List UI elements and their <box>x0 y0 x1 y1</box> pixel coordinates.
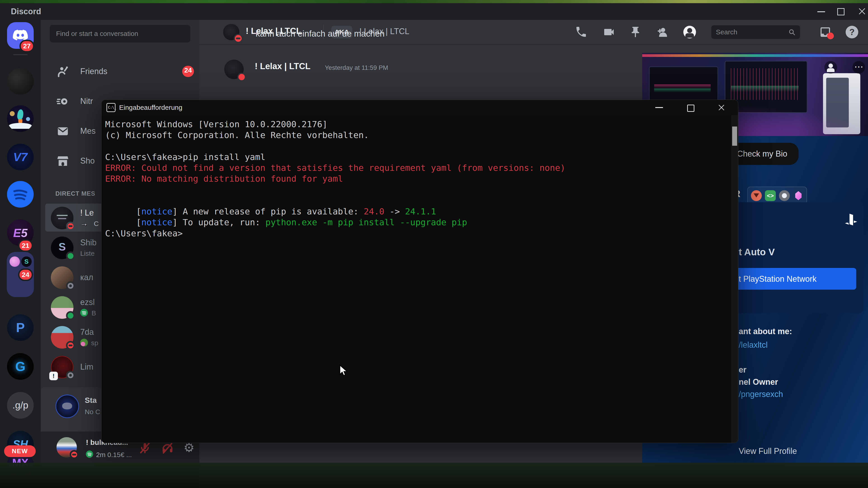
cmd-line: (c) Microsoft Corporation. Alle Rechte v… <box>105 130 369 140</box>
chat-status-dnd <box>234 34 243 43</box>
server-icon-g[interactable]: G <box>7 353 34 380</box>
status-dnd <box>66 341 75 350</box>
user-activity-text: 2m 0.15€ ... <box>96 451 139 459</box>
view-full-profile-button[interactable]: View Full Profile <box>739 447 797 456</box>
status-online <box>66 311 75 320</box>
psn-button-label: t PlayStation Network <box>739 274 816 284</box>
spotify-icon <box>80 309 88 317</box>
deafen-muted-icon[interactable] <box>161 442 174 455</box>
server-icon-v7[interactable]: V7 <box>7 144 34 170</box>
server-e5-label: E5 <box>7 226 34 240</box>
discord-titlebar: Discord <box>0 3 868 20</box>
mic-muted-icon[interactable] <box>138 442 151 455</box>
home-mention-badge: 27 <box>20 40 34 53</box>
server-icon-gp[interactable]: .g/p <box>7 392 34 419</box>
friends-label: Friends <box>80 67 107 76</box>
activity-status: No C <box>85 408 100 416</box>
dm-name: Shib <box>80 238 96 248</box>
app-title: Discord <box>11 7 41 16</box>
cmd-terminal-output[interactable]: Microsoft Windows [Version 10.0.22000.21… <box>101 115 738 443</box>
status-online <box>66 252 75 260</box>
bio-line-partial-1: er <box>739 365 746 375</box>
playstation-icon <box>843 213 859 227</box>
cmd-scrollbar-thumb[interactable] <box>732 127 737 146</box>
help-icon[interactable]: ? <box>846 26 858 38</box>
discord-home-button[interactable]: 27 <box>7 22 34 49</box>
shop-label: Sho <box>80 156 95 166</box>
friends-badge: 24 <box>182 66 194 77</box>
chat-search-box[interactable]: Search <box>711 25 800 39</box>
activity-name: Sta <box>85 396 97 404</box>
cmd-minimize-button[interactable] <box>655 107 663 108</box>
folder-mini-s-icon: S <box>21 256 32 267</box>
sidebar-item-friends[interactable]: Friends 24 <box>45 63 195 80</box>
user-profile-toggle-icon[interactable] <box>683 26 696 38</box>
bio-link-2[interactable]: /pngersexch <box>739 390 783 399</box>
message-requests-icon <box>57 125 69 138</box>
bio-link-1[interactable]: /lelaxltcl <box>739 340 768 350</box>
pepe-emoji-icon <box>80 339 88 346</box>
badge-developer-icon: <> <box>765 190 776 201</box>
window-minimize-button[interactable] <box>817 11 825 12</box>
profile-avatar-toggle-icon[interactable] <box>825 61 837 74</box>
badge-nitro-silver-icon <box>779 190 790 201</box>
dm-name: кал <box>80 273 93 282</box>
message-requests-label: Mes <box>80 126 96 136</box>
chat-search-placeholder: Search <box>716 25 737 39</box>
inbox-unread-dot <box>827 33 834 39</box>
server-icon-spotify-blue[interactable] <box>7 181 34 207</box>
activity-avatar <box>55 394 79 418</box>
cmd-prompt: C:\Users\fakea> <box>105 228 183 239</box>
reply-arrow-icon: → <box>80 219 88 228</box>
add-friend-to-dm-icon[interactable] <box>656 26 669 38</box>
server-icon-p[interactable]: P <box>7 314 34 341</box>
cmd-maximize-button[interactable] <box>687 105 694 112</box>
folder-mention-badge: 24 <box>18 268 33 281</box>
conversation-search-placeholder: Find or start a conversation <box>56 25 185 42</box>
message-author[interactable]: ! Lelax | LTCL <box>255 61 310 71</box>
voice-call-icon[interactable] <box>575 26 587 38</box>
dm-preview: Liste <box>80 250 94 257</box>
dm-name: ezsl <box>80 297 95 307</box>
custom-status-text: Check my Bio <box>737 149 787 159</box>
cmd-line: Microsoft Windows [Version 10.0.22000.21… <box>105 119 328 130</box>
spotify-status-icon <box>86 451 93 458</box>
nitro-label: Nitr <box>80 96 93 106</box>
mouse-cursor <box>338 365 349 377</box>
nitro-icon <box>57 95 69 108</box>
cmd-line: C:\Users\fakea>pip install yaml <box>105 152 266 162</box>
server-icon-black[interactable] <box>7 68 34 95</box>
dm-name: ! Le <box>80 208 94 218</box>
server-icon-rocket-accounts[interactable] <box>7 105 34 132</box>
about-me-header-partial: ant about me: <box>739 327 792 336</box>
more-options-icon[interactable]: ⋯ <box>852 61 865 74</box>
cmd-error-line: ERROR: No matching distribution found fo… <box>105 173 343 184</box>
search-icon <box>788 29 796 36</box>
shop-icon <box>57 155 69 167</box>
rail-separator <box>13 54 28 55</box>
bio-line-partial-2: nel Owner <box>739 377 778 387</box>
video-call-icon[interactable] <box>602 26 615 38</box>
cmd-close-button[interactable] <box>718 104 725 111</box>
dm-name: 7da <box>80 327 94 337</box>
badge-bird-icon <box>751 190 762 201</box>
user-status-dnd <box>70 450 79 459</box>
conversation-search-button[interactable]: Find or start a conversation <box>50 25 190 42</box>
chat-message: kann auch einfach auf de machen <box>256 29 384 39</box>
cmd-app-icon: C:\_ <box>106 103 116 112</box>
server-rail: 27 V7 E5 21 S 24 P G <box>0 20 41 488</box>
window-maximize-button[interactable] <box>837 8 844 15</box>
dm-name: Lim <box>80 362 93 372</box>
taskbar: 22°C Leichter Regen Suche <box>0 463 868 488</box>
cmd-window-title: Eingabeaufforderung <box>119 104 182 111</box>
dm-preview: B <box>92 309 96 317</box>
friends-icon <box>57 65 69 78</box>
pin-icon[interactable] <box>629 26 642 38</box>
cmd-window[interactable]: C:\_ Eingabeaufforderung Microsoft Windo… <box>101 100 738 443</box>
message-timestamp: Yesterday at 11:59 PM <box>325 64 388 71</box>
e5-mention-badge: 21 <box>18 239 33 252</box>
cmd-titlebar[interactable]: C:\_ Eingabeaufforderung <box>101 100 738 115</box>
window-close-button[interactable] <box>858 7 866 15</box>
cmd-scrollbar[interactable] <box>731 115 738 443</box>
folder-mini-nitro-icon <box>9 256 20 267</box>
